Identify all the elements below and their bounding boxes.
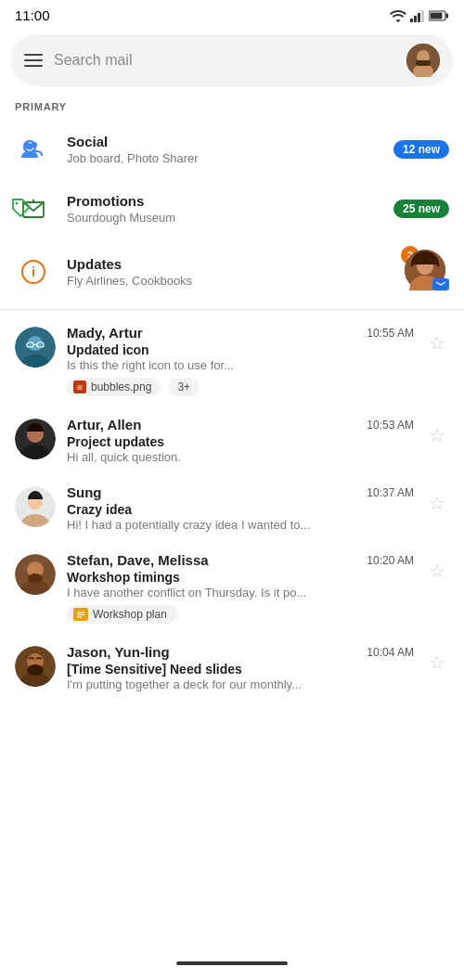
star-jason[interactable]: ☆ — [425, 648, 449, 677]
svg-point-14 — [25, 143, 32, 149]
updates-name: Updates — [67, 256, 390, 272]
social-name: Social — [67, 134, 379, 149]
email-mady-artur[interactable]: Mady, Artur 10:55 AM Updated icon Is thi… — [0, 314, 464, 406]
svg-point-15 — [32, 142, 37, 148]
svg-rect-3 — [421, 10, 424, 22]
avatar-stefan — [15, 554, 56, 595]
avatar-jason — [15, 646, 56, 687]
email-content-sung: Sung 10:37 AM Crazy idea Hi! I had a pot… — [67, 484, 414, 532]
email-header-stefan: Stefan, Dave, Melissa 10:20 AM — [67, 552, 414, 568]
svg-point-42 — [27, 664, 44, 676]
email-content-mady: Mady, Artur 10:55 AM Updated icon Is thi… — [67, 325, 414, 396]
wifi-icon — [390, 9, 406, 22]
search-input-label[interactable]: Search mail — [54, 52, 395, 69]
email-jason[interactable]: Jason, Yun-ling 10:04 AM [Time Sensitive… — [0, 633, 464, 701]
svg-point-35 — [28, 574, 43, 583]
time-sung: 10:37 AM — [367, 486, 414, 499]
more-chip-mady: 3+ — [168, 378, 200, 396]
updates-sub: Fly Airlines, Cookbooks — [67, 274, 390, 288]
promotions-name: Promotions — [67, 193, 379, 209]
meta-stefan: Workshop plan — [67, 605, 414, 624]
star-artur[interactable]: ☆ — [425, 420, 449, 450]
updates-avatar — [405, 250, 445, 290]
updates-info: Updates Fly Airlines, Cookbooks — [67, 256, 390, 288]
svg-rect-5 — [446, 13, 449, 18]
category-social[interactable]: Social Job board, Photo Sharer 12 new — [0, 120, 464, 179]
preview-jason: I'm putting together a deck for our mont… — [67, 677, 414, 691]
svg-rect-2 — [418, 13, 420, 22]
sender-artur: Artur, Allen — [67, 417, 141, 432]
svg-point-23 — [28, 336, 43, 351]
updates-badge-container: 2 — [405, 250, 449, 294]
time-jason: 10:04 AM — [367, 646, 414, 659]
svg-rect-1 — [414, 16, 417, 22]
sender-mady: Mady, Artur — [67, 325, 143, 341]
attachment-chip-mady: ⊞ bubbles.png — [67, 378, 161, 396]
subject-artur: Project updates — [67, 434, 414, 449]
svg-rect-0 — [410, 19, 413, 22]
sender-jason: Jason, Yun-ling — [67, 644, 170, 660]
promotions-info: Promotions Sourdough Museum — [67, 193, 379, 225]
meta-mady: ⊞ bubbles.png 3+ — [67, 378, 414, 396]
social-info: Social Job board, Photo Sharer — [67, 134, 379, 165]
category-updates[interactable]: i Updates Fly Airlines, Cookbooks 2 — [0, 239, 464, 305]
signal-icon — [410, 9, 425, 22]
social-sub: Job board, Photo Sharer — [67, 151, 379, 165]
battery-icon — [429, 10, 449, 21]
time-artur: 10:53 AM — [367, 419, 414, 432]
subject-jason: [Time Sensitive] Need slides — [67, 662, 414, 677]
svg-text:i: i — [32, 264, 35, 279]
subject-sung: Crazy idea — [67, 502, 414, 517]
status-time: 11:00 — [15, 7, 50, 23]
promotions-sub: Sourdough Museum — [67, 211, 379, 225]
svg-rect-10 — [416, 60, 431, 66]
hamburger-menu-icon[interactable] — [24, 54, 43, 67]
updates-icon: i — [15, 253, 52, 290]
email-stefan[interactable]: Stefan, Dave, Melissa 10:20 AM Workshop … — [0, 541, 464, 633]
svg-point-16 — [16, 202, 19, 205]
workshop-doc-icon — [73, 608, 88, 621]
subject-stefan: Workshop timings — [67, 570, 414, 585]
user-avatar[interactable] — [406, 44, 440, 77]
status-bar: 11:00 — [0, 0, 464, 27]
bottom-bar — [0, 954, 464, 980]
email-content-artur: Artur, Allen 10:53 AM Project updates Hi… — [67, 417, 414, 464]
star-mady[interactable]: ☆ — [425, 329, 449, 358]
preview-sung: Hi! I had a potentially crazy idea I wan… — [67, 518, 414, 532]
home-indicator — [176, 961, 288, 965]
preview-artur: Hi all, quick question. — [67, 450, 414, 464]
section-label: PRIMARY — [0, 97, 464, 120]
workshop-chip-label: Workshop plan — [93, 608, 167, 621]
avatar-sung — [15, 486, 56, 527]
preview-mady: Is this the right icon to use for... — [67, 358, 414, 372]
avatar-mady-artur — [15, 327, 56, 368]
star-sung[interactable]: ☆ — [425, 488, 449, 518]
svg-text:⊞: ⊞ — [77, 384, 83, 391]
preview-stefan: I have another conflict on Thursday. Is … — [67, 586, 414, 600]
social-icon — [15, 131, 52, 168]
subject-mady: Updated icon — [67, 342, 414, 357]
attachment-name-mady: bubbles.png — [91, 380, 151, 393]
sender-sung: Sung — [67, 484, 102, 500]
time-mady: 10:55 AM — [367, 327, 414, 340]
category-promotions[interactable]: Promotions Sourdough Museum 25 new — [0, 179, 464, 239]
promotions-icon — [15, 190, 52, 227]
email-sung[interactable]: Sung 10:37 AM Crazy idea Hi! I had a pot… — [0, 473, 464, 541]
status-icons — [390, 9, 449, 22]
star-stefan[interactable]: ☆ — [425, 556, 449, 586]
svg-rect-6 — [431, 12, 443, 19]
email-header-mady: Mady, Artur 10:55 AM — [67, 325, 414, 341]
time-stefan: 10:20 AM — [367, 554, 414, 567]
social-badge: 12 new — [393, 140, 449, 159]
email-content-jason: Jason, Yun-ling 10:04 AM [Time Sensitive… — [67, 644, 414, 691]
email-header-sung: Sung 10:37 AM — [67, 484, 414, 500]
workshop-chip: Workshop plan — [67, 605, 178, 624]
attachment-icon-mady: ⊞ — [73, 380, 86, 393]
email-header-jason: Jason, Yun-ling 10:04 AM — [67, 644, 414, 660]
sender-stefan: Stefan, Dave, Melissa — [67, 552, 209, 568]
email-artur-allen[interactable]: Artur, Allen 10:53 AM Project updates Hi… — [0, 406, 464, 473]
promotions-badge: 25 new — [393, 200, 449, 218]
email-header-artur: Artur, Allen 10:53 AM — [67, 417, 414, 432]
search-bar[interactable]: Search mail — [11, 34, 453, 86]
divider — [0, 309, 464, 310]
